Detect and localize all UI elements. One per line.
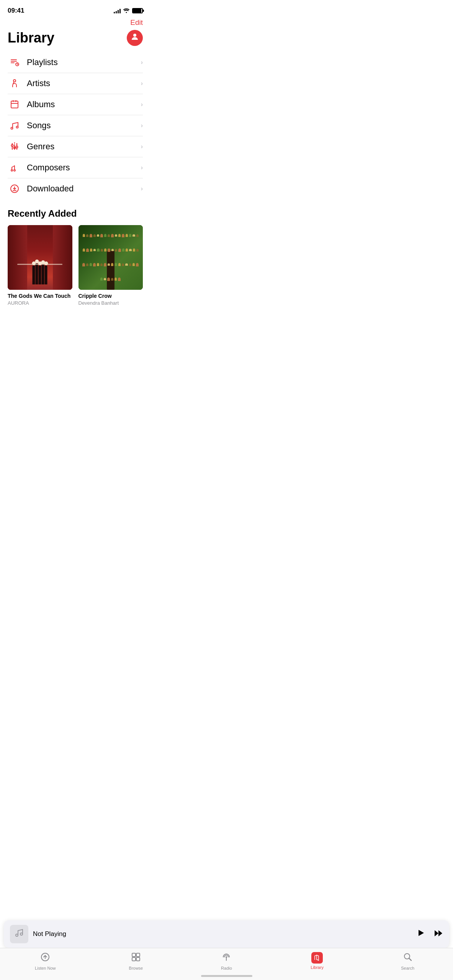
svg-point-2: [13, 80, 16, 82]
chevron-icon: ›: [141, 143, 143, 150]
recently-added-title: Recently Added: [0, 199, 150, 225]
svg-point-13: [11, 170, 13, 171]
library-list: Playlists › Artists › Albums ›: [0, 52, 150, 199]
downloaded-label: Downloaded: [27, 184, 141, 194]
artist-icon: [8, 78, 21, 88]
playlists-label: Playlists: [27, 57, 141, 67]
svg-point-12: [16, 146, 18, 148]
albums-label: Albums: [27, 100, 141, 109]
chevron-icon: ›: [141, 80, 143, 87]
genres-label: Genres: [27, 142, 141, 152]
chevron-icon: ›: [141, 185, 143, 192]
song-icon: [8, 121, 21, 131]
library-item-genres[interactable]: Genres ›: [8, 136, 143, 157]
chevron-icon: ›: [141, 101, 143, 108]
album-card-aurora[interactable]: The Gods We Can Touch AURORA: [8, 225, 72, 306]
svg-rect-4: [11, 101, 18, 108]
edit-button[interactable]: Edit: [130, 18, 143, 27]
status-time: 09:41: [8, 7, 24, 15]
library-item-songs[interactable]: Songs ›: [8, 115, 143, 136]
library-item-composers[interactable]: Composers ›: [8, 157, 143, 178]
svg-point-9: [16, 126, 18, 128]
page-title: Library: [8, 30, 54, 46]
download-icon: [8, 184, 21, 194]
header-bar: Edit: [0, 18, 150, 28]
album-icon: [8, 100, 21, 109]
songs-label: Songs: [27, 121, 141, 131]
album-art-aurora: [8, 225, 72, 290]
signal-icon: [114, 8, 121, 13]
svg-point-0: [133, 34, 136, 37]
album-artist-devendra: Devendra Banhart: [78, 300, 143, 306]
svg-rect-6: [15, 100, 16, 102]
chevron-icon: ›: [141, 59, 143, 66]
svg-point-8: [11, 127, 13, 129]
chevron-icon: ›: [141, 122, 143, 129]
svg-point-10: [11, 145, 13, 147]
wifi-icon: [123, 8, 130, 14]
composers-label: Composers: [27, 163, 141, 173]
chevron-icon: ›: [141, 164, 143, 171]
album-name-devendra: Cripple Crow: [78, 293, 143, 299]
account-icon: [130, 32, 139, 44]
battery-icon: [132, 8, 143, 13]
genre-icon: [8, 142, 21, 152]
library-item-artists[interactable]: Artists ›: [8, 73, 143, 94]
status-bar: 09:41: [0, 0, 150, 18]
library-item-playlists[interactable]: Playlists ›: [8, 52, 143, 73]
library-item-downloaded[interactable]: Downloaded ›: [8, 178, 143, 199]
album-card-devendra[interactable]: Cripple Crow Devendra Banhart: [78, 225, 143, 306]
svg-rect-5: [13, 100, 14, 102]
svg-point-14: [14, 170, 15, 171]
library-item-albums[interactable]: Albums ›: [8, 94, 143, 115]
title-row: Library: [0, 28, 150, 52]
album-art-devendra: [78, 225, 143, 290]
album-artist-aurora: AURORA: [8, 300, 72, 306]
status-icons: [114, 8, 143, 14]
albums-grid: The Gods We Can Touch AURORA: [0, 225, 150, 314]
account-button[interactable]: [127, 30, 143, 46]
composer-icon: [8, 163, 21, 173]
artists-label: Artists: [27, 78, 141, 88]
album-name-aurora: The Gods We Can Touch: [8, 293, 72, 299]
playlist-icon: [8, 57, 21, 67]
